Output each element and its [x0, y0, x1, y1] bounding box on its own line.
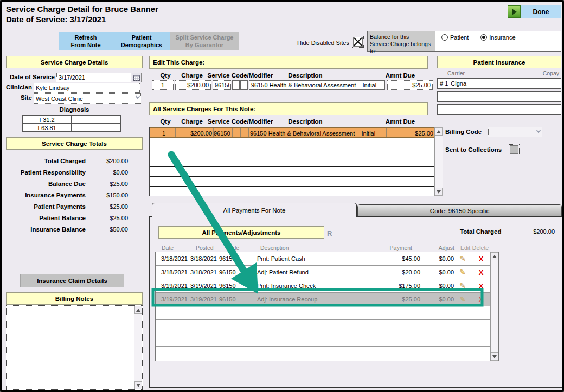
- charges-col-description: Description: [275, 118, 335, 125]
- edit-description-input[interactable]: 96150 Health & Behavioral Assessment – I…: [249, 80, 385, 90]
- payment-row-empty[interactable]: [156, 306, 491, 320]
- diagnosis-cell-empty[interactable]: [72, 124, 121, 132]
- diagnosis-cell-empty[interactable]: [72, 115, 121, 124]
- page-title: Service Charge Detail for Bruce Banner: [6, 4, 158, 14]
- edit-pencil-icon[interactable]: ✎: [454, 295, 471, 304]
- charge-row-selected[interactable]: 1 $200.00 96150 96150 Health & Behaviora…: [150, 127, 435, 138]
- charges-scrollbar[interactable]: [434, 127, 443, 196]
- calendar-icon[interactable]: [132, 73, 142, 82]
- edit-col-description: Description: [275, 72, 335, 79]
- balance-due-value: $25.00: [86, 181, 128, 187]
- tab-code-specific[interactable]: Code: 96150 Specific: [357, 204, 562, 217]
- edit-mod1-input[interactable]: [232, 80, 240, 90]
- payments-total-charged-label: Total Charged: [460, 228, 501, 235]
- scroll-down-icon[interactable]: [491, 352, 498, 361]
- edit-code-input[interactable]: 96150: [213, 80, 231, 90]
- diagnosis-code-2[interactable]: F63.81: [22, 124, 72, 132]
- edit-amntdue-input[interactable]: $25.00: [387, 80, 433, 90]
- done-button[interactable]: Done: [521, 5, 561, 18]
- scroll-down-icon[interactable]: [134, 381, 142, 389]
- patient-payments-value: $25.00: [86, 203, 128, 210]
- radio-insurance[interactable]: Insurance: [480, 34, 515, 41]
- edit-qty-input[interactable]: 1: [152, 80, 174, 90]
- charge-row-empty[interactable]: [150, 147, 435, 157]
- scroll-up-icon[interactable]: [134, 306, 142, 314]
- payment-row-highlighted[interactable]: 3/19/2021 3/19/2021 96150 Adj: Insurance…: [156, 293, 491, 306]
- refresh-from-note-button[interactable]: Refresh From Note: [59, 32, 113, 50]
- site-chevron-down-icon: [136, 97, 139, 98]
- hide-disabled-sites-checkbox[interactable]: [353, 37, 363, 47]
- total-charged-value: $200.00: [86, 158, 128, 164]
- charge-row-empty[interactable]: [150, 177, 435, 187]
- delete-x-icon[interactable]: X: [471, 268, 491, 277]
- total-row: Patient Payments $25.00: [6, 201, 143, 212]
- charges-col-amntdue: Amnt Due: [381, 118, 419, 125]
- billing-notes-scrollbar[interactable]: [134, 306, 142, 389]
- charge-row-empty[interactable]: [150, 187, 435, 196]
- all-payments-adjustments-header: All Payments/Adjustments: [158, 226, 324, 239]
- payment-row-empty[interactable]: [156, 333, 491, 347]
- payments-table: 3/18/2021 3/18/2021 96150 Pmt: Patient C…: [155, 252, 499, 361]
- insurance-balance-value: $50.00: [86, 226, 128, 233]
- pay-col-adjust: Adjust: [427, 245, 454, 251]
- refresh-payments-icon[interactable]: R: [327, 229, 332, 237]
- radio-insurance-circle: [480, 34, 487, 41]
- scroll-down-icon[interactable]: [435, 188, 443, 196]
- charge-row-empty[interactable]: [150, 167, 435, 177]
- total-row: Total Charged $200.00: [6, 155, 143, 166]
- scroll-up-icon[interactable]: [435, 127, 443, 136]
- edit-charge-input[interactable]: $200.00: [175, 80, 211, 90]
- billing-notes-textarea[interactable]: [6, 305, 143, 390]
- charges-col-qty: Qty: [156, 118, 175, 125]
- diagnosis-code-1[interactable]: F31.2: [22, 115, 72, 124]
- hide-disabled-sites-label: Hide Disabled Sites: [291, 40, 349, 46]
- delete-x-icon[interactable]: X: [471, 282, 491, 290]
- patient-demographics-button[interactable]: Patient Demographics: [113, 32, 170, 50]
- charge-row-empty[interactable]: [150, 157, 435, 167]
- tab-all-payments[interactable]: All Payments For Note: [152, 203, 357, 217]
- total-row: Patient Responsibility $0.00: [6, 166, 143, 178]
- insurance-claim-details-button[interactable]: Insurance Claim Details: [20, 274, 124, 287]
- billing-code-select[interactable]: [488, 127, 542, 137]
- site-select[interactable]: West Coast Clinic: [34, 93, 141, 104]
- insurance-row-empty[interactable]: [437, 91, 561, 102]
- split-service-charge-button: Split Service Charge By Guarantor: [170, 32, 239, 50]
- done-play-icon[interactable]: [508, 5, 521, 18]
- checkbox-x-icon: [354, 37, 362, 46]
- date-of-service-input[interactable]: 3/17/2021: [56, 73, 131, 82]
- edit-pencil-icon[interactable]: ✎: [454, 268, 471, 277]
- charges-col-code: Service Code/Modifier: [205, 118, 275, 125]
- date-of-service-label: Date of Service: [2, 74, 55, 80]
- edit-mod2-input[interactable]: [240, 80, 248, 90]
- edit-pencil-icon[interactable]: ✎: [454, 254, 471, 263]
- clinician-input[interactable]: Kyle Lindsay: [34, 83, 140, 93]
- payment-row-empty[interactable]: [156, 320, 491, 333]
- service-charge-totals-header: Service Charge Totals: [6, 137, 143, 150]
- all-service-charges-header: All Service Charges For This Note:: [149, 102, 428, 115]
- balance-belongs-group: Balance for this Service Charge belongs …: [367, 31, 561, 52]
- payment-row[interactable]: 3/18/2021 3/18/2021 96150 Adj: Patient R…: [156, 266, 491, 279]
- pay-col-payment: Payment: [374, 245, 412, 251]
- charge-row-empty[interactable]: [150, 138, 435, 147]
- sent-to-collections-checkbox[interactable]: [510, 145, 518, 154]
- balance-radio-area: Patient Insurance: [435, 31, 561, 51]
- delete-x-icon[interactable]: X: [471, 255, 491, 263]
- radio-patient[interactable]: Patient: [441, 34, 469, 41]
- payment-row-empty[interactable]: [156, 347, 491, 361]
- calendar-glyph: [133, 75, 140, 81]
- total-row: Insurance Balance $50.00: [6, 223, 143, 235]
- insurance-row-1[interactable]: # 1 Cigna: [437, 78, 561, 89]
- payment-row[interactable]: 3/18/2021 3/18/2021 96150 Pmt: Patient C…: [156, 252, 491, 266]
- scroll-up-icon[interactable]: [491, 252, 498, 260]
- total-row: Insurance Payments $150.00: [6, 189, 143, 201]
- balance-belongs-label: Balance for this Service Charge belongs …: [368, 31, 435, 51]
- insurance-payments-value: $150.00: [86, 192, 128, 198]
- payments-scrollbar[interactable]: [490, 252, 498, 361]
- delete-x-icon[interactable]: X: [471, 295, 491, 304]
- pay-col-code: Code: [226, 245, 239, 251]
- edit-pencil-icon[interactable]: ✎: [454, 281, 471, 290]
- pay-col-description: Description: [260, 245, 289, 251]
- service-charge-details-header: Service Charge Details: [6, 56, 143, 68]
- insurance-row-empty[interactable]: [437, 104, 561, 115]
- payment-row[interactable]: 3/19/2021 3/19/2021 96150 Pmt: Insurance…: [156, 279, 491, 293]
